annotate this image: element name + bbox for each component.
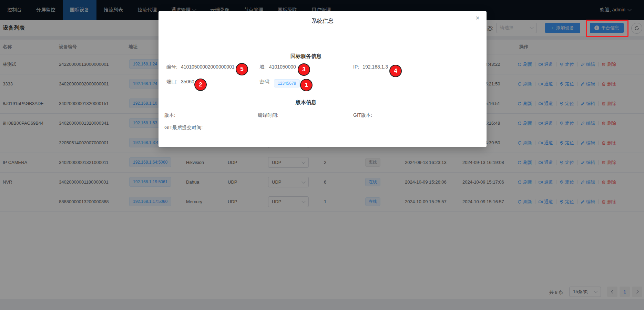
- gb-port-value: 35060: [181, 79, 194, 84]
- gb-password-label: 密码:: [259, 79, 270, 84]
- gb-domain-field: 域:4101050000: [259, 64, 296, 70]
- gb-port-label: 端口:: [166, 79, 177, 84]
- build-time-label: 编译时间:: [258, 112, 278, 118]
- annotation-badge: 5: [236, 63, 248, 75]
- gb-password-value-tag: 12345678: [274, 79, 300, 87]
- version-field: 版本:: [164, 112, 179, 118]
- gb-ip-field: IP:192.168.1.3: [353, 64, 388, 70]
- version-section-title: 版本信息: [165, 99, 447, 106]
- gb-section-title: 国标服务信息: [165, 53, 447, 60]
- gb-ip-label: IP:: [353, 64, 359, 70]
- annotation-badge: 3: [298, 63, 310, 76]
- annotation-badge: 2: [194, 79, 207, 91]
- annotation-rectangle: [586, 20, 628, 37]
- gb-domain-label: 域:: [259, 64, 266, 70]
- git-last-commit-label: GIT最后提交时间:: [164, 125, 203, 130]
- modal-title: 系统信息: [159, 18, 487, 25]
- gb-port-field: 端口:35060: [166, 79, 194, 85]
- git-last-commit-field: GIT最后提交时间:: [164, 125, 206, 131]
- annotation-badge: 4: [389, 65, 402, 77]
- gb-password-field: 密码:12345678: [259, 79, 300, 87]
- build-time-field: 编译时间:: [258, 112, 282, 118]
- annotation-badge: 1: [300, 79, 313, 91]
- git-version-label: GIT版本:: [353, 112, 372, 118]
- gb-domain-value: 4101050000: [269, 64, 296, 70]
- page-root: 控制台分屏监控国标设备推流列表拉流代理通道管理云端录像节点管理国标级联用户管理 …: [0, 0, 644, 310]
- gb-id-field: 编号:41010500002000000001: [166, 64, 235, 70]
- system-info-modal: 系统信息 × 国标服务信息 编号:41010500002000000001 域:…: [159, 11, 487, 147]
- version-label: 版本:: [164, 112, 175, 118]
- gb-ip-value: 192.168.1.3: [362, 64, 388, 70]
- gb-id-value: 41010500002000000001: [181, 64, 235, 70]
- git-version-field: GIT版本:: [353, 112, 376, 118]
- gb-id-label: 编号:: [166, 64, 177, 70]
- close-icon[interactable]: ×: [476, 14, 480, 21]
